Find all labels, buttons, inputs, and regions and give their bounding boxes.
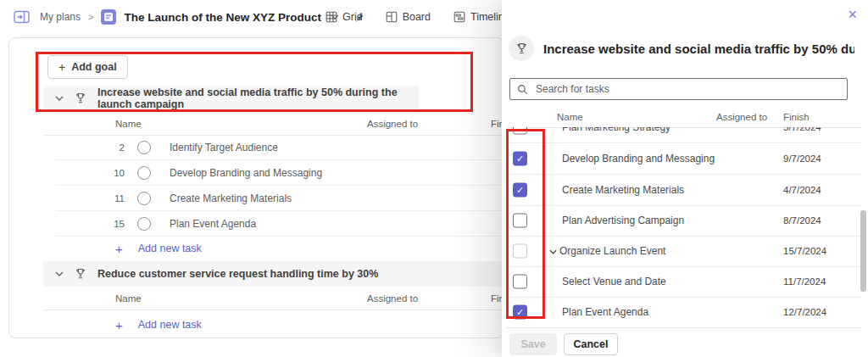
finish-date: 11/7/2024 — [783, 276, 826, 287]
add-new-task-label: Add new task — [138, 243, 202, 254]
scrollbar-thumb[interactable] — [860, 210, 866, 292]
task-name: Plan Advertising Campaign — [562, 215, 684, 226]
table-row[interactable]: ✓ Select Venue and Date 11/7/2024 — [507, 266, 861, 298]
plus-icon: + — [58, 60, 65, 74]
plan-app-icon — [101, 9, 116, 25]
task-progress-circle[interactable] — [137, 217, 151, 231]
goal-row-1[interactable]: Increase website and social media traffi… — [43, 86, 419, 111]
task-name: Create Marketing Materials — [562, 184, 684, 196]
chevron-down-icon[interactable] — [55, 271, 64, 276]
trophy-icon — [509, 36, 534, 61]
timeline-icon — [453, 11, 465, 23]
chevron-down-icon[interactable] — [55, 96, 64, 101]
table-row[interactable]: ✓ Plan Advertising Campaign 8/7/2024 — [507, 205, 861, 237]
row-number: 11 — [101, 193, 125, 204]
table-row[interactable]: ✓ Organize Launch Event 15/7/2024 — [507, 236, 861, 267]
tab-board-label: Board — [403, 11, 431, 23]
add-new-task-button[interactable]: + Add new task — [43, 237, 202, 260]
column-assigned-to: Assigned to — [716, 112, 767, 122]
tab-board[interactable]: Board — [386, 11, 431, 23]
task-name: Plan Event Agenda — [562, 306, 648, 318]
finish-date: 8/7/2024 — [783, 215, 821, 226]
dialog-title: Increase website and social media traffi… — [543, 42, 854, 56]
task-name: Plan Marketing Strategy — [562, 127, 670, 133]
breadcrumb-my-plans[interactable]: My plans — [40, 11, 81, 23]
table-row[interactable]: 2 Identify Target Audience — [43, 135, 503, 160]
task-table-header: Name Assigned to Finish — [43, 290, 503, 310]
task-checkbox[interactable]: ✓ — [513, 182, 527, 197]
row-number: 15 — [101, 219, 125, 229]
goal-row-2[interactable]: Reduce customer service request handling… — [43, 261, 503, 287]
plus-icon: + — [115, 242, 123, 256]
breadcrumb: My plans > The Launch of the New XYZ Pro… — [14, 9, 364, 25]
trophy-icon — [74, 92, 87, 105]
table-row[interactable]: ✓ Plan Marketing Strategy 5/7/2024 — [507, 127, 861, 143]
table-row[interactable]: 15 Plan Event Agenda — [43, 211, 503, 237]
row-number: 2 — [101, 142, 125, 153]
goals-grid-card: + Add goal Increase website and social m… — [8, 37, 504, 338]
plan-title: The Launch of the New XYZ Product — [124, 11, 321, 24]
chevron-down-icon[interactable] — [549, 249, 557, 254]
board-icon — [386, 11, 398, 23]
search-input[interactable] — [534, 81, 847, 98]
task-table-header: Name Assigned to Finish — [43, 115, 503, 136]
tab-grid[interactable]: Grid — [326, 11, 363, 23]
finish-date: 5/7/2024 — [783, 127, 821, 132]
finish-date: 9/7/2024 — [783, 153, 821, 164]
goal-title: Reduce customer service request handling… — [97, 268, 378, 280]
finish-date: 4/7/2024 — [783, 185, 821, 195]
app-window: My plans > The Launch of the New XYZ Pro… — [0, 0, 868, 357]
checkmark-icon: ✓ — [516, 153, 524, 163]
task-progress-circle[interactable] — [137, 166, 151, 180]
close-icon[interactable]: × — [848, 7, 857, 22]
table-row[interactable]: 11 Create Marketing Materials — [43, 186, 503, 211]
column-name: Name — [115, 293, 142, 304]
table-row[interactable]: 10 Develop Branding and Messaging — [43, 160, 503, 186]
top-bar: My plans > The Launch of the New XYZ Pro… — [0, 0, 502, 34]
task-checkbox[interactable]: ✓ — [513, 305, 527, 320]
add-new-task-button[interactable]: + Add new task — [43, 313, 202, 337]
cancel-button[interactable]: Cancel — [564, 333, 618, 355]
column-name: Name — [557, 112, 583, 122]
row-number: 10 — [101, 168, 125, 178]
tab-grid-label: Grid — [342, 11, 363, 23]
task-name: Develop Branding and Messaging — [562, 153, 715, 165]
task-name[interactable]: Create Marketing Materials — [170, 192, 292, 204]
task-checkbox[interactable]: ✓ — [513, 127, 527, 134]
trophy-icon — [74, 267, 87, 281]
add-goal-label: Add goal — [71, 61, 116, 73]
view-tabs: Grid Board — [326, 0, 510, 34]
task-progress-circle[interactable] — [137, 141, 151, 154]
task-name[interactable]: Develop Branding and Messaging — [170, 167, 322, 179]
task-progress-circle[interactable] — [137, 192, 151, 205]
task-name: Select Venue and Date — [562, 276, 666, 287]
column-name: Name — [115, 119, 142, 129]
task-checkbox[interactable]: ✓ — [513, 214, 527, 228]
column-assigned-to: Assigned to — [367, 119, 418, 129]
task-name[interactable]: Identify Target Audience — [170, 142, 278, 153]
collapse-panel-icon[interactable] — [14, 10, 31, 24]
table-row[interactable]: ✓ Develop Branding and Messaging 9/7/202… — [507, 142, 861, 175]
plus-icon: + — [115, 318, 123, 332]
finish-date: 12/7/2024 — [783, 307, 826, 317]
task-checkbox[interactable]: ✓ — [513, 275, 527, 289]
checkmark-icon: ✓ — [516, 308, 524, 317]
search-icon — [517, 84, 528, 95]
table-row[interactable]: ✓ Create Marketing Materials 4/7/2024 — [507, 174, 861, 206]
column-assigned-to: Assigned to — [367, 293, 418, 304]
dialog-table-header: Name Assigned to Finish — [507, 107, 861, 128]
task-name[interactable]: Plan Event Agenda — [170, 218, 256, 230]
search-box — [509, 78, 848, 100]
table-row[interactable]: ✓ Plan Event Agenda 12/7/2024 — [507, 297, 861, 328]
checkmark-icon: ✓ — [516, 185, 524, 194]
goal-title: Increase website and social media traffi… — [97, 86, 419, 110]
breadcrumb-separator: > — [88, 12, 93, 22]
task-checkbox[interactable]: ✓ — [513, 151, 527, 165]
save-button[interactable]: Save — [509, 333, 557, 355]
grid-icon — [326, 11, 337, 23]
finish-date: 15/7/2024 — [783, 246, 826, 256]
goal-tasks-dialog: × Increase website and social media traf… — [502, 0, 868, 357]
task-name: Organize Launch Event — [549, 245, 665, 257]
task-checkbox[interactable]: ✓ — [513, 244, 527, 259]
add-goal-button[interactable]: + Add goal — [47, 55, 128, 79]
